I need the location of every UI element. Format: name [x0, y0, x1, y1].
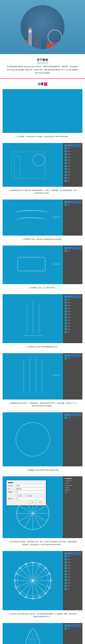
triangle-icon: ▲ [22, 238, 24, 240]
phone-box [25, 40, 28, 49]
step-8: 新建动作 名称(N): 组: 功能键: Shift Control 颜色(C):… [0, 476, 85, 551]
layer-row[interactable]: 图层 12 [64, 552, 81, 555]
layers-panel[interactable]: 椭圆 1背景 [63, 412, 82, 466]
action-item[interactable]: • 播放选定的动作 [64, 484, 81, 487]
step-5: 图层 12图层 11图层 10图层 9图层 8图层 7图层 6图层 5图层 4图… [0, 294, 85, 353]
layer-row[interactable]: 背景 [64, 180, 81, 182]
layer-row[interactable]: 图层 10 [64, 558, 81, 561]
layers-panel[interactable]: 图层 12图层 11图层 10图层 9图层 8图层 7图层 6图层 5图层 4图… [63, 294, 82, 343]
screenshot: UIIIIII 钟楼背景 [3, 353, 82, 400]
layer-row[interactable]: 图层 11 [64, 555, 81, 558]
screenshot: 图层 12图层 11图层 10图层 9图层 8图层 7图层 6图层 5图层 4图… [3, 551, 82, 610]
svg-line-25 [20, 568, 33, 581]
layer-row[interactable]: 图层 6 [64, 313, 81, 316]
svg-line-2 [33, 514, 47, 522]
layer-row[interactable]: 图层 7 [64, 310, 81, 313]
action-item[interactable]: • 开始记录 [64, 482, 81, 484]
layer-row[interactable]: 图层 7 [64, 567, 81, 570]
section-divider [0, 78, 85, 79]
actions-panel[interactable]: ★ 动作面板说明 • 停止播放/记录• 开始记录• 播放选定的动作• 创建新组•… [63, 476, 82, 538]
caption: ▲使用椭圆工具画天桥所作出摩天轮的基本单位 [0, 466, 85, 474]
triangle-icon: ▲ [8, 190, 10, 191]
fkey-input[interactable] [16, 491, 44, 493]
layer-row[interactable]: 图层 4 [64, 319, 81, 322]
layer-row[interactable]: 图层 5 [64, 165, 81, 168]
layer-row[interactable]: 图层 8 [64, 307, 81, 310]
layer-row[interactable]: 图层 4 [64, 576, 81, 579]
screenshot: 建筑背景 [3, 623, 82, 644]
layers-panel[interactable]: 形状 2背景 [63, 246, 82, 284]
step-2: 图层 12图层 11图层 10图层 9图层 8图层 7图层 6图层 5图层 4图… [0, 143, 85, 200]
layer-row[interactable]: 图层 11 [64, 298, 81, 301]
layer-row[interactable]: 图层 5 [64, 573, 81, 576]
svg-line-8 [19, 506, 33, 514]
layer-row[interactable]: 图层 3 [64, 171, 81, 174]
action-item[interactable]: • 删除 [64, 491, 81, 494]
watermark: UIIIIII [53, 374, 60, 377]
layers-panel[interactable]: 钟楼背景 [63, 353, 82, 400]
layer-row[interactable]: 图层 8 [64, 564, 81, 567]
layer-row[interactable]: 图层 12 [64, 295, 81, 298]
layer-row[interactable]: 图层 6 [64, 570, 81, 573]
svg-line-6 [19, 514, 33, 522]
layers-panel[interactable]: 形状 1背景 [63, 200, 82, 236]
caption: ▲使用钢笔工具再次勾勒出钟楼轮廓的Ctrl+G。 [0, 343, 85, 350]
layer-row[interactable]: 图层 10 [64, 150, 81, 153]
layers-panel[interactable]: 图层 12图层 11图层 10图层 9图层 8图层 7图层 6图层 5图层 4图… [63, 551, 82, 610]
svg-line-3 [33, 514, 41, 527]
layer-row[interactable]: 图层 12 [64, 144, 81, 147]
hero-illustration [0, 0, 85, 54]
svg-line-21 [20, 581, 33, 594]
screenshot: 图层 12图层 11图层 10图层 9图层 8图层 7图层 6图层 5图层 4图… [3, 294, 82, 343]
action-item[interactable]: • 停止播放/记录 [64, 480, 81, 482]
layer-row[interactable]: 图层 1 [64, 176, 81, 180]
layer-row[interactable]: 图层 1 [64, 584, 81, 588]
layer-row[interactable]: 图层 7 [64, 159, 81, 162]
layer-row[interactable]: 图层 1 [64, 328, 81, 331]
action-item[interactable]: • 创建新组 [64, 487, 81, 489]
layer-row[interactable]: 图层 2 [64, 325, 81, 328]
caption: ▲使用钢笔和矩形工具勾勒出每个元素的细致线条，在这的一步都要细致，整个是模型的整… [0, 187, 85, 197]
layer-row[interactable]: 图层 2 [64, 174, 81, 176]
action-name-input[interactable] [16, 485, 44, 487]
triangle-icon: ▲ [28, 287, 30, 289]
steps-header: 步骤1 [0, 79, 85, 89]
caption: ▲使用钢笔工具画，是分布四个曲线的圆作业地点的顶部。 [0, 236, 85, 243]
action-item[interactable]: • 创建新动作 [64, 489, 81, 491]
triangle-icon: ▲ [26, 469, 28, 471]
triangle-icon: ▲ [16, 136, 17, 138]
london-bus [46, 43, 58, 49]
layer-row[interactable]: 背景 [64, 331, 81, 334]
caption: ▲使用钢笔和矩形工具画出一个钟形的塔顶，使顶部交错和水平对齐，包括后面建一切的C… [0, 400, 85, 410]
layer-row[interactable]: 图层 9 [64, 561, 81, 564]
dialog-title: 新建动作 [8, 482, 44, 484]
layer-row[interactable]: 图层 2 [64, 582, 81, 584]
screenshot: 图层 12图层 11图层 10图层 9图层 8图层 7图层 6图层 5图层 4图… [3, 143, 82, 187]
watermark: UIIIIII [53, 263, 60, 266]
circle-scene [21, 5, 64, 49]
screenshot: 椭圆 1背景 [3, 412, 82, 466]
layer-row[interactable]: 图层 6 [64, 162, 81, 165]
layer-row[interactable]: 图层 3 [64, 322, 81, 325]
screenshot: UIIIIII 形状 1背景 [3, 200, 82, 236]
layers-panel[interactable]: 建筑背景 [63, 623, 82, 644]
step-10: 建筑背景 ▲其后使用钢笔工具绘制建筑素材结合，新的来以这可以在工 [0, 623, 85, 644]
caption: ▲使用钢笔工具画，出三层的汽车外壳。 [0, 284, 85, 292]
gherkin-sketch [20, 627, 46, 644]
layer-row[interactable]: 背景 [64, 588, 81, 590]
svg-line-17 [33, 581, 46, 594]
layer-row[interactable]: 图层 10 [64, 301, 81, 304]
layer-row[interactable]: 图层 4 [64, 168, 81, 171]
layer-row[interactable]: 图层 8 [64, 156, 81, 159]
layer-row[interactable]: 图层 11 [64, 147, 81, 150]
layers-panel[interactable]: 图层 12图层 11图层 10图层 9图层 8图层 7图层 6图层 5图层 4图… [63, 143, 82, 187]
layer-row[interactable]: 图层 9 [64, 153, 81, 156]
action-set-input[interactable] [16, 488, 44, 490]
ctrl-checkbox[interactable] [25, 494, 27, 496]
layer-row[interactable]: 图层 3 [64, 579, 81, 582]
step-7: 椭圆 1背景 ▲使用椭圆工具画天桥所作出摩天轮的基本单位 [0, 412, 85, 476]
layer-row[interactable]: 图层 5 [64, 316, 81, 319]
layer-row[interactable]: 图层 9 [64, 304, 81, 307]
shift-checkbox[interactable] [16, 494, 18, 496]
svg-line-12 [33, 506, 47, 514]
